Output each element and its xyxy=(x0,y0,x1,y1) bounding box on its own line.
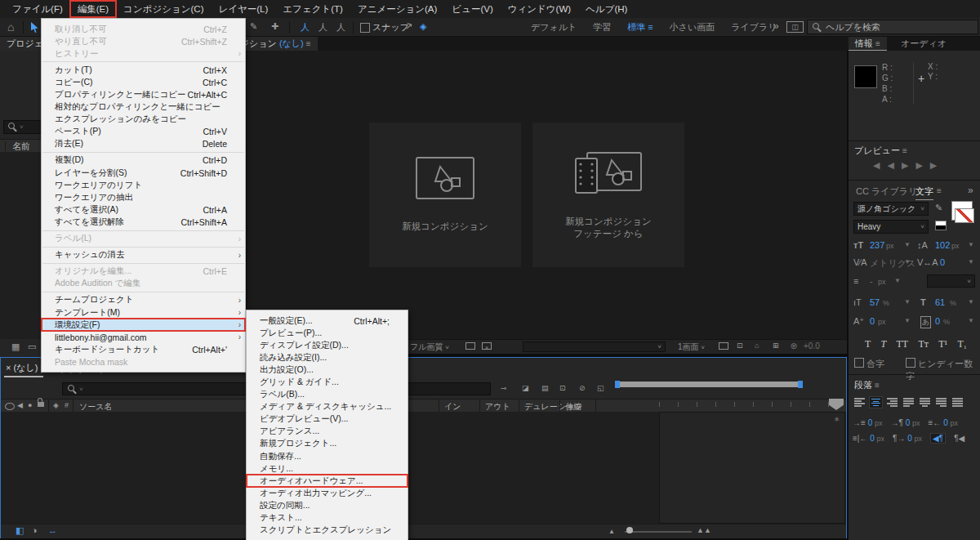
track-area[interactable] xyxy=(659,412,845,524)
flowchart-icon[interactable]: ⊞ xyxy=(773,341,779,350)
new-folder-icon[interactable]: ▭ xyxy=(28,341,36,352)
faux-style-button[interactable]: T xyxy=(865,338,871,350)
menubar-item[interactable]: エフェクト(T) xyxy=(275,1,350,17)
expand-arrows-icon[interactable]: ↗ xyxy=(405,21,412,32)
ligatures-checkbox[interactable]: 合字 xyxy=(854,358,884,370)
panel-menu-icon[interactable]: ≡ xyxy=(937,186,942,195)
edit-menu-item[interactable]: 環境設定(F)› xyxy=(42,319,245,331)
exposure-icon[interactable]: ◎ xyxy=(791,341,797,350)
frame-blending-icon[interactable]: ⊡ xyxy=(559,384,566,392)
layer-number-icon[interactable]: # xyxy=(65,401,69,409)
vertical-scale-caret[interactable]: ▼ xyxy=(904,298,911,306)
snap-checkbox[interactable] xyxy=(360,23,370,33)
text-direction-ltr-button[interactable]: ◀¶ xyxy=(930,433,946,444)
exposure-value[interactable]: +0.0 xyxy=(804,341,820,350)
menubar-item[interactable]: アニメーション(A) xyxy=(350,1,444,17)
paragraph-align-button[interactable] xyxy=(934,396,948,408)
tab-cc-libraries[interactable]: CC ライブラリ xyxy=(856,185,917,198)
frame-blend-toggle-icon[interactable]: ◧ xyxy=(16,525,24,536)
font-size-value[interactable]: 237 xyxy=(870,240,884,250)
edit-menu-item[interactable]: 複製(D)Ctrl+D xyxy=(42,154,245,167)
workspace-item[interactable]: デフォルト xyxy=(523,18,585,37)
solo-icon[interactable]: ● xyxy=(28,401,32,409)
lock-icon[interactable] xyxy=(38,398,44,408)
workspace-item[interactable]: 学習 xyxy=(585,18,619,37)
leading-value[interactable]: 102 xyxy=(935,240,950,250)
preferences-item[interactable]: ビデオプレビュー(V)... xyxy=(247,413,408,426)
edit-menu-item[interactable]: カット(T)Ctrl+X xyxy=(42,64,245,76)
edit-menu-item[interactable]: レイヤーを分割(S)Ctrl+Shift+D xyxy=(42,167,245,179)
edit-menu-item[interactable]: すべてを選択解除Ctrl+Shift+A xyxy=(42,216,245,228)
tab-info[interactable]: 情報 ≡ xyxy=(849,37,887,51)
fast-previews-icon[interactable]: ⊡ xyxy=(737,341,743,350)
faux-style-button[interactable]: T xyxy=(881,338,887,350)
time-ruler[interactable] xyxy=(659,402,845,407)
tracking-caret[interactable]: ▼ xyxy=(968,258,974,266)
grid-tsume-caret[interactable]: ▼ xyxy=(968,317,974,324)
new-composition-card[interactable]: 新規コンポジション xyxy=(369,123,521,267)
camera-icon[interactable]: ⌂ xyxy=(755,341,759,350)
first-line-indent-field[interactable]: ≡|← 0 px xyxy=(853,434,884,443)
time-navigator-handle[interactable] xyxy=(829,399,844,410)
grid-tsume-value[interactable]: 0 xyxy=(935,316,940,326)
edit-menu-item[interactable]: コピー(C)Ctrl+C xyxy=(42,76,245,88)
view-layout-dropdown[interactable]: 1画面 ˅ xyxy=(678,341,705,353)
menubar-item[interactable]: 編集(E) xyxy=(70,1,116,17)
work-area-bar[interactable] xyxy=(620,382,798,387)
zoom-in-mountain-icon[interactable]: ▲▲ xyxy=(697,526,711,534)
workspace-item[interactable]: 小さい画面 xyxy=(662,18,724,37)
preferences-item[interactable]: テキスト... xyxy=(247,512,408,524)
preview-transport-controls[interactable]: ◀◀▶▶▶ xyxy=(873,160,944,171)
paragraph-align-button[interactable] xyxy=(885,396,899,408)
manage-workspaces-icon[interactable]: ◫ xyxy=(786,21,804,33)
preferences-item[interactable]: グリッド & ガイド... xyxy=(247,376,408,388)
label-icon[interactable]: ◈ xyxy=(53,401,59,409)
timeline-zoom-slider[interactable] xyxy=(625,531,692,533)
edit-menu-item[interactable]: プロパティリンクと一緒にコピーCtrl+Alt+C xyxy=(42,88,245,100)
resolution-icon[interactable] xyxy=(719,342,728,350)
preferences-item[interactable]: 新規プロジェクト... xyxy=(247,438,408,450)
edit-menu-item[interactable]: littlebony.hii@gmail.com› xyxy=(42,331,245,343)
out-column[interactable]: アウト xyxy=(485,401,510,413)
preferences-item[interactable]: メディア & ディスクキャッシュ... xyxy=(247,401,408,413)
preferences-item[interactable]: オーディオ出力マッピング... xyxy=(247,487,408,499)
font-size-caret[interactable]: ▼ xyxy=(904,241,911,248)
edit-menu-item[interactable]: キーボードショートカットCtrl+Alt+' xyxy=(42,343,245,355)
region-of-interest-icon[interactable] xyxy=(466,342,475,350)
hide-shy-layers-icon[interactable]: ▤ xyxy=(541,384,549,392)
edit-menu-item[interactable]: ペースト(P)Ctrl+V xyxy=(42,126,245,138)
edit-menu-item[interactable]: キャッシュの消去› xyxy=(42,249,245,261)
font-family-dropdown[interactable]: 源ノ角ゴシック˅ xyxy=(853,202,929,216)
menubar-item[interactable]: レイヤー(L) xyxy=(211,1,275,17)
preferences-item[interactable]: 設定の同期... xyxy=(247,499,408,511)
quality-dropdown[interactable]: フル画質 ˅ xyxy=(410,341,449,353)
hindi-digits-checkbox[interactable]: ヒンディー数字 xyxy=(906,358,980,382)
region-of-interest-icon[interactable]: ◈ xyxy=(420,21,426,32)
eye-icon[interactable] xyxy=(5,403,15,412)
edit-menu-item[interactable]: ワークエリアの抽出 xyxy=(42,191,245,203)
panel-menu-icon[interactable]: ≡ xyxy=(875,39,880,48)
edit-menu-item[interactable]: すべてを選択(A)Ctrl+A xyxy=(42,203,245,216)
zoom-out-mountain-icon[interactable]: ▲ xyxy=(608,528,615,535)
paragraph-align-button[interactable] xyxy=(869,396,883,408)
preferences-item[interactable]: スクリプトとエクスプレッション xyxy=(247,524,408,537)
tsume-caret[interactable]: ▼ xyxy=(894,277,901,284)
composition-mini-flowchart-icon[interactable]: ⊸ xyxy=(501,384,507,392)
space-before-field[interactable]: →¶ 0 px xyxy=(890,418,920,427)
preferences-item[interactable]: メモリ... xyxy=(247,462,408,475)
baseline-shift-value[interactable]: 0 xyxy=(870,316,875,326)
workspace-overflow-chevrons[interactable]: » xyxy=(773,20,779,32)
menubar-item[interactable]: コンポジション(C) xyxy=(116,1,211,17)
preferences-item[interactable]: 一般設定(E)...Ctrl+Alt+; xyxy=(247,315,408,327)
help-search-input[interactable]: ヘルプを検索 xyxy=(807,20,978,34)
default-fill-stroke-icon[interactable] xyxy=(935,221,947,230)
brainstorm-toggle-icon[interactable]: ↔ xyxy=(48,525,57,535)
axis-mode-local-icon[interactable]: 人 xyxy=(301,21,310,33)
menubar-item[interactable]: ウィンドウ(W) xyxy=(501,1,578,17)
indent-left-field[interactable]: →≡ 0 px xyxy=(853,418,882,427)
faux-style-button[interactable]: T₁ xyxy=(957,338,967,350)
preferences-item[interactable]: オーディオハードウェア... xyxy=(247,475,408,487)
stretch-column[interactable]: 伸縮 xyxy=(565,401,581,413)
tsume-dropdown[interactable]: ˅ xyxy=(927,274,975,288)
axis-mode-view-icon[interactable]: 人 xyxy=(336,21,345,33)
